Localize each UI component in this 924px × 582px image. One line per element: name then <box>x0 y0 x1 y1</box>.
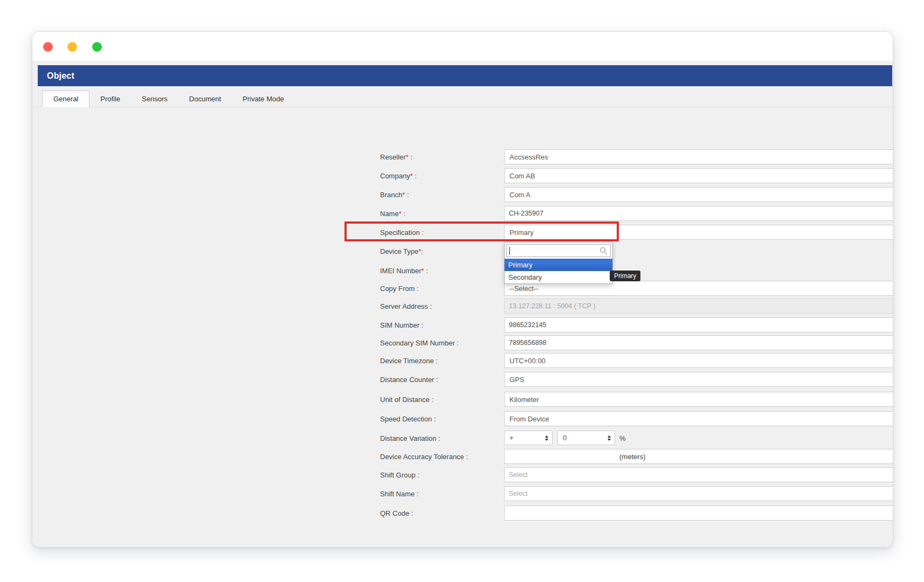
search-icon <box>599 246 608 255</box>
name-input[interactable] <box>504 206 893 221</box>
text-cursor <box>509 247 510 255</box>
company-select[interactable]: Com AB <box>504 168 893 183</box>
reseller-value: AccsessRes <box>509 153 548 161</box>
shift-group-label: Shift Group <box>380 471 416 479</box>
object-general-form: Reseller* : AccsessRes Company* : Com AB… <box>32 61 893 547</box>
distance-counter-select[interactable]: GPS <box>504 372 893 387</box>
form-row-server-address: Server Address : <box>32 299 893 314</box>
hover-tooltip: Primary <box>610 271 640 281</box>
form-row-sim-number: SIM Number : <box>32 317 893 332</box>
specification-label: Specification <box>380 228 420 237</box>
distance-counter-value: GPS <box>509 376 524 384</box>
device-accuracy-tolerance-input[interactable] <box>504 449 893 464</box>
distance-variation-sign-stepper[interactable]: + <box>504 431 553 445</box>
secondary-sim-number-input[interactable] <box>504 335 893 350</box>
form-row-distance-variation: Distance Variation : + 0 % <box>32 431 893 446</box>
shift-group-input[interactable] <box>504 467 893 482</box>
form-row-secondary-sim-number: Secondary SIM Number : <box>32 335 893 350</box>
form-row-imei-number: IMEI Number* : <box>32 263 893 278</box>
server-address-input <box>504 299 893 314</box>
form-row-name: Name* : <box>32 206 893 221</box>
speed-detection-select[interactable]: From Device <box>504 411 893 426</box>
unit-of-distance-select[interactable]: Kilometer <box>504 392 893 407</box>
distance-variation-value: 0 <box>563 434 567 442</box>
company-value: Com AB <box>509 172 535 180</box>
company-label: Company <box>380 172 410 180</box>
form-row-qr-code: QR Code : <box>32 505 893 521</box>
distance-variation-value-stepper[interactable]: 0 <box>557 431 615 445</box>
dropdown-option-primary[interactable]: Primary <box>505 259 612 271</box>
distance-counter-label: Distance Counter <box>380 376 434 384</box>
name-label: Name <box>380 210 399 218</box>
copy-from-value: --Select-- <box>509 285 538 293</box>
form-row-speed-detection: Speed Detection : From Device <box>32 411 893 426</box>
dropdown-search-input[interactable] <box>506 244 611 257</box>
app-window: Object General Profile Sensors Document … <box>32 31 893 548</box>
stepper-icon <box>608 435 611 441</box>
specification-select[interactable]: Primary <box>504 225 893 240</box>
sim-number-label: SIM Number <box>380 321 419 329</box>
form-row-copy-from: Copy From : --Select-- <box>32 281 893 296</box>
form-row-device-accuracy-tolerance: Device Accuracy Tolerance : (meters) <box>32 449 893 464</box>
form-row-reseller: Reseller* : AccsessRes <box>32 149 893 164</box>
form-row-unit-of-distance: Unit of Distance : Kilometer <box>32 392 893 407</box>
page-content: Object General Profile Sensors Document … <box>32 61 893 547</box>
form-row-distance-counter: Distance Counter : GPS <box>32 372 893 387</box>
unit-of-distance-label: Unit of Distance <box>380 396 430 404</box>
form-row-device-timezone: Device Timezone : UTC+00:00 <box>32 353 893 368</box>
stepper-icon <box>545 435 548 441</box>
window-titlebar <box>32 32 893 61</box>
shift-name-input[interactable] <box>504 486 893 501</box>
imei-number-label: IMEI Number <box>380 267 422 275</box>
sim-number-input[interactable] <box>504 317 893 332</box>
distance-variation-label: Distance Variation <box>380 434 437 442</box>
specification-dropdown-panel: Primary Secondary <box>504 242 613 284</box>
device-timezone-label: Device Timezone <box>380 357 434 365</box>
form-row-shift-name: Shift Name : <box>32 486 893 501</box>
meters-suffix: (meters) <box>619 453 645 461</box>
form-row-company: Company* : Com AB <box>32 168 893 183</box>
device-type-label: Device Type <box>380 247 418 255</box>
dropdown-option-secondary[interactable]: Secondary <box>505 271 612 283</box>
form-row-branch: Branch* : Com A <box>32 187 893 202</box>
branch-label: Branch <box>380 191 402 199</box>
unit-of-distance-value: Kilometer <box>509 396 539 404</box>
device-timezone-value: UTC+00:00 <box>509 357 546 365</box>
form-row-shift-group: Shift Group : <box>32 467 893 482</box>
minimize-window-button[interactable] <box>67 42 77 52</box>
form-row-specification: Specification : Primary <box>32 225 893 240</box>
copy-from-label: Copy From <box>380 285 415 293</box>
reseller-select[interactable]: AccsessRes <box>504 149 893 164</box>
qr-code-input[interactable] <box>504 505 893 521</box>
device-accuracy-tolerance-label: Device Accuracy Tolerance <box>380 453 464 461</box>
qr-code-label: QR Code <box>380 509 409 517</box>
branch-value: Com A <box>509 191 530 199</box>
shift-name-label: Shift Name <box>380 490 415 498</box>
secondary-sim-number-label: Secondary SIM Number <box>380 339 455 347</box>
reseller-label: Reseller <box>380 153 406 161</box>
distance-variation-sign-value: + <box>509 434 514 442</box>
speed-detection-value: From Device <box>509 415 549 423</box>
device-timezone-select[interactable]: UTC+00:00 <box>504 353 893 368</box>
branch-select[interactable]: Com A <box>504 187 893 202</box>
specification-value: Primary <box>509 228 534 237</box>
speed-detection-label: Speed Detection <box>380 415 432 423</box>
server-address-label: Server Address <box>380 302 428 310</box>
close-window-button[interactable] <box>43 42 53 52</box>
form-row-device-type: Device Type*: <box>32 244 893 259</box>
maximize-window-button[interactable] <box>92 42 102 52</box>
percent-suffix: % <box>619 434 626 442</box>
